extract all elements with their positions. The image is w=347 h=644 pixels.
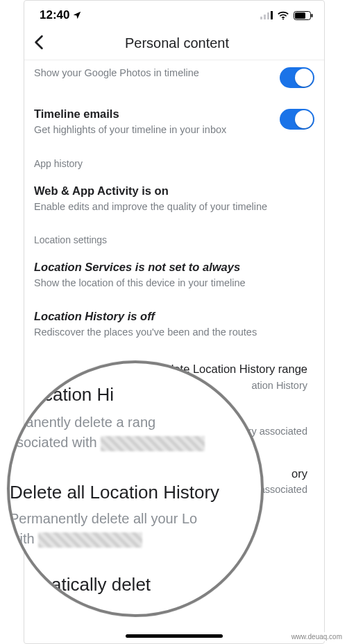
svg-rect-0 xyxy=(260,17,262,19)
battery-icon xyxy=(294,11,313,20)
page-title: Personal content xyxy=(40,35,314,51)
redacted-email xyxy=(101,436,205,451)
svg-rect-2 xyxy=(267,12,269,19)
svg-rect-7 xyxy=(312,14,313,17)
section-location-settings: Location settings xyxy=(34,223,314,251)
svg-rect-6 xyxy=(295,12,305,19)
row-title: Web & App Activity is on xyxy=(34,183,307,198)
svg-rect-3 xyxy=(271,11,273,19)
svg-rect-1 xyxy=(264,15,266,19)
row-subtitle: Enable edits and improve the quality of … xyxy=(34,200,307,214)
row-timeline-emails[interactable]: Timeline emails Get highlights of your t… xyxy=(34,98,314,147)
row-subtitle: Rediscover the places you've been and th… xyxy=(34,325,307,339)
row-subtitle: Get highlights of your timeline in your … xyxy=(34,123,273,137)
row-title: Location History is off xyxy=(34,308,307,324)
toggle-timeline-emails[interactable] xyxy=(280,109,314,130)
watermark: www.deuaq.com xyxy=(289,632,344,641)
status-bar: 12:40 xyxy=(24,1,324,27)
wifi-icon xyxy=(277,11,289,20)
row-subtitle: Show your Google Photos in timeline xyxy=(34,66,273,80)
status-time: 12:40 xyxy=(40,8,69,22)
row-location-services[interactable]: Location Services is not set to always S… xyxy=(34,251,314,300)
row-subtitle: Show the location of this device in your… xyxy=(34,276,307,290)
row-title: Timeline emails xyxy=(34,106,273,121)
section-app-history: App history xyxy=(34,147,314,175)
toggle-google-photos[interactable] xyxy=(280,67,314,88)
cell-signal-icon xyxy=(260,11,273,19)
row-web-app-activity[interactable]: Web & App Activity is on Enable edits an… xyxy=(34,175,314,224)
row-title: Location Services is not set to always xyxy=(34,259,307,275)
magnifier-overlay: Location Hi rmanently delete a rang ssoc… xyxy=(7,360,264,617)
location-arrow-icon xyxy=(72,10,82,20)
home-indicator[interactable] xyxy=(126,634,223,638)
svg-point-4 xyxy=(282,18,284,19)
row-google-photos[interactable]: Show your Google Photos in timeline xyxy=(34,60,314,98)
mag-fragment-sub: rmanently delete a rang ssociated with xyxy=(7,412,264,453)
mag-delete-all-title[interactable]: Delete all Location History xyxy=(7,482,264,503)
row-location-history[interactable]: Location History is off Rediscover the p… xyxy=(34,300,314,349)
nav-bar: Personal content xyxy=(24,27,324,60)
redacted-email xyxy=(38,532,142,548)
mag-delete-all-sub: Permanently delete all your Lo with xyxy=(7,509,264,549)
